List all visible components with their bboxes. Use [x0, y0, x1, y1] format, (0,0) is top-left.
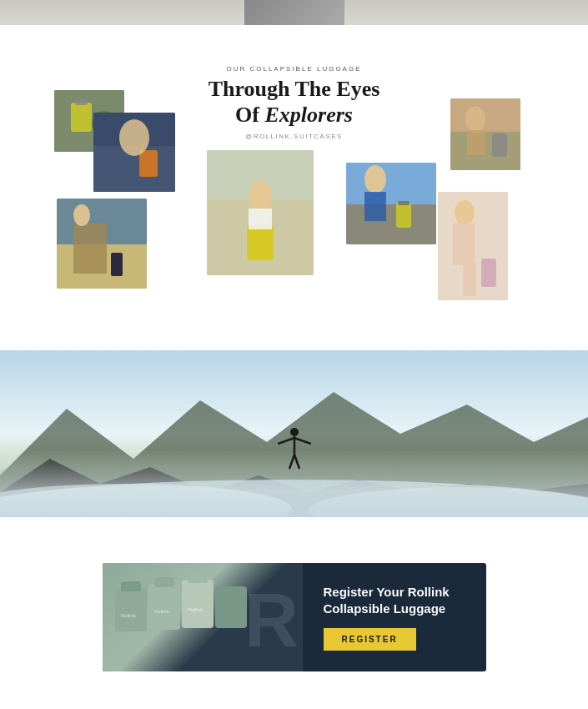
banner-content: Register Your Rollink Collapsible Luggag…	[303, 584, 486, 651]
title-line2: Of	[235, 103, 264, 127]
svg-rect-18	[57, 199, 147, 244]
svg-point-39	[290, 428, 299, 436]
svg-rect-9	[207, 200, 314, 275]
photo-4	[450, 98, 520, 170]
svg-rect-33	[463, 263, 476, 296]
svg-rect-5	[93, 146, 175, 192]
svg-point-31	[455, 200, 475, 225]
photo-5	[57, 199, 147, 289]
panoramic-section	[0, 350, 588, 517]
svg-rect-45	[115, 588, 147, 631]
title-italic: Explorers	[264, 103, 352, 127]
svg-rect-15	[492, 133, 507, 157]
svg-rect-17	[467, 130, 485, 155]
svg-text:Rollink: Rollink	[154, 609, 170, 614]
svg-rect-49	[182, 580, 214, 628]
svg-rect-20	[73, 224, 107, 274]
svg-rect-23	[346, 163, 436, 204]
svg-rect-24	[346, 204, 436, 244]
svg-point-11	[249, 181, 272, 211]
svg-line-40	[278, 438, 294, 444]
svg-point-7	[119, 119, 149, 156]
svg-line-41	[294, 438, 311, 444]
svg-rect-21	[111, 253, 123, 276]
svg-rect-48	[154, 577, 174, 587]
svg-rect-51	[215, 586, 247, 628]
banner-title: Register Your Rollink Collapsible Luggag…	[324, 584, 465, 616]
photo-6	[346, 163, 436, 244]
svg-rect-28	[364, 192, 386, 221]
svg-rect-50	[188, 573, 208, 583]
svg-rect-30	[481, 259, 496, 287]
photo-7	[438, 192, 508, 300]
svg-point-22	[73, 204, 90, 226]
svg-line-43	[289, 455, 294, 469]
title-line1: Through The Eyes	[209, 77, 380, 101]
svg-point-27	[364, 165, 386, 194]
banner-luggage-image: R Rollink Rollink Rollink	[103, 563, 303, 671]
svg-rect-1	[71, 103, 92, 132]
svg-rect-4	[93, 113, 175, 192]
svg-rect-32	[453, 224, 475, 265]
svg-rect-8	[207, 150, 314, 275]
svg-rect-12	[249, 209, 272, 229]
svg-rect-13	[450, 98, 520, 170]
svg-rect-2	[75, 98, 88, 105]
register-button[interactable]: REGISTER	[324, 628, 416, 651]
svg-text:Rollink: Rollink	[188, 607, 204, 612]
photo-2	[93, 113, 175, 192]
svg-point-16	[465, 106, 485, 133]
handle-label: @Rollink.Suitcases	[203, 133, 386, 140]
register-banner: R Rollink Rollink Rollink Register Your …	[103, 563, 486, 671]
svg-rect-10	[247, 225, 274, 260]
hero-section: Our Collapsible Luggage Through The Eyes…	[0, 25, 588, 350]
svg-rect-6	[139, 150, 158, 177]
svg-rect-26	[398, 201, 410, 205]
subtitle-label: Our Collapsible Luggage	[203, 65, 386, 73]
photo-3	[207, 150, 314, 275]
svg-rect-29	[438, 192, 508, 300]
svg-text:R: R	[244, 579, 299, 662]
main-title: Through The Eyes Of Explorers	[203, 76, 386, 128]
svg-text:Rollink: Rollink	[121, 613, 137, 618]
svg-rect-19	[57, 244, 147, 289]
svg-rect-46	[121, 581, 141, 591]
svg-rect-47	[148, 584, 180, 630]
collage-area: Our Collapsible Luggage Through The Eyes…	[0, 42, 588, 317]
svg-line-44	[294, 455, 299, 469]
svg-rect-14	[450, 132, 520, 170]
svg-rect-25	[396, 203, 411, 228]
center-text-block: Our Collapsible Luggage Through The Eyes…	[203, 65, 386, 140]
